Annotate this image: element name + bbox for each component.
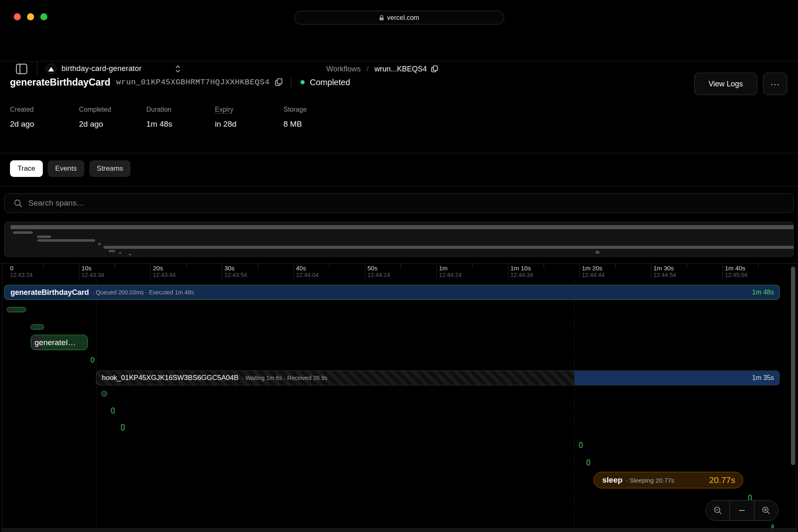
axis-tick-label: 1m 40s	[725, 265, 745, 272]
axis-tick-minor	[472, 264, 473, 268]
trace-span-instant[interactable]	[771, 525, 774, 528]
copy-run-id-button[interactable]	[275, 78, 283, 86]
trace-span-instant[interactable]	[111, 407, 115, 414]
meta-value: 1m 48s	[146, 120, 172, 129]
span-detail: · Waiting 1m 6s · Received 28.9s	[242, 375, 328, 381]
axis-tick-label: 50s	[367, 265, 377, 272]
copy-icon[interactable]	[431, 65, 438, 73]
trace-guide-line	[96, 280, 96, 527]
span-received-segment	[574, 370, 780, 385]
axis-tick-time: 12:44:34	[510, 272, 533, 278]
axis-tick-time: 12:43:44	[153, 272, 176, 278]
span-detail: · Queued 200.03ms · Executed 1m 48s	[92, 289, 194, 296]
minimap-span	[108, 250, 115, 252]
window-minimize-button[interactable]	[27, 13, 34, 20]
window-zoom-button[interactable]	[40, 13, 47, 20]
view-tabs: TraceEventsStreams	[10, 160, 131, 177]
span-queued-segment	[31, 325, 34, 329]
run-header: generateBirthdayCard wrun_01KP45XGBHRMT7…	[10, 76, 350, 88]
zoom-out-button[interactable]	[706, 500, 729, 520]
minus-icon	[737, 506, 746, 515]
tab-trace[interactable]: Trace	[10, 160, 43, 177]
meta-item-expiry: Expiryin 28d	[215, 106, 236, 129]
span-name: generateI…	[34, 338, 76, 347]
axis-tick-label: 40s	[296, 265, 306, 272]
minimap-span	[103, 246, 794, 249]
span-duration: 20.77s	[709, 475, 735, 485]
timeline-axis: 012:43:2410s12:43:3420s12:43:4430s12:43:…	[0, 263, 798, 279]
trace-span-step[interactable]	[101, 391, 107, 397]
breadcrumb: Workflows / wrun...KBEQS4	[326, 64, 438, 74]
meta-value: 8 MB	[283, 120, 307, 129]
project-avatar[interactable]	[46, 64, 57, 74]
more-actions-button[interactable]: ···	[763, 73, 787, 95]
meta-label: Storage	[283, 106, 307, 113]
axis-tick-major	[293, 264, 294, 279]
header-divider	[291, 76, 291, 88]
axis-tick-major	[508, 264, 508, 279]
search-input[interactable]	[28, 199, 793, 208]
axis-tick-major	[722, 264, 723, 279]
minimap-span	[596, 251, 599, 254]
axis-tick-time: 12:44:44	[582, 272, 605, 278]
trace-span-generateI[interactable]: generateI…	[31, 335, 88, 350]
project-switcher[interactable]: birthday-card-generator	[62, 64, 142, 73]
minimap-span	[119, 252, 121, 254]
trace-span-instant[interactable]	[579, 442, 583, 448]
axis-tick-time: 12:43:34	[81, 272, 104, 278]
span-name: hook_01KP45XGJK16SW3BS6GGC5A04B	[102, 374, 239, 382]
minimap-span	[13, 231, 33, 234]
axis-tick-minor	[687, 264, 687, 268]
zoom-in-icon	[761, 506, 771, 515]
meta-value: 2d ago	[10, 120, 34, 129]
span-name: sleep	[602, 476, 623, 485]
trace-span-root[interactable]: generateBirthdayCard· Queued 200.03ms · …	[4, 285, 780, 300]
axis-tick-minor	[329, 264, 330, 268]
horizontal-scrollbar[interactable]	[1, 528, 797, 532]
tabs-divider	[0, 186, 798, 186]
address-bar[interactable]: vercel.com	[294, 11, 504, 25]
axis-tick-label: 0	[10, 265, 13, 272]
zoom-in-button[interactable]	[754, 500, 778, 520]
breadcrumb-workflows[interactable]: Workflows	[326, 65, 361, 74]
zoom-reset-button[interactable]	[729, 500, 754, 520]
trace-minimap[interactable]	[4, 222, 794, 257]
axis-tick-label: 1m 20s	[582, 265, 602, 272]
axis-tick-minor	[43, 264, 44, 268]
axis-tick-major	[436, 264, 437, 279]
trace-span-hook[interactable]: hook_01KP45XGJK16SW3BS6GGC5A04B· Waiting…	[96, 370, 780, 385]
top-nav: birthday-card-generator Workflows / wrun…	[0, 26, 798, 61]
minimap-span	[98, 243, 101, 245]
meta-item-storage: Storage8 MB	[283, 106, 307, 129]
meta-label: Duration	[146, 106, 171, 113]
vertical-scrollbar[interactable]	[791, 267, 795, 465]
trace-span-instant[interactable]	[91, 357, 94, 363]
breadcrumb-separator: /	[367, 64, 369, 74]
view-logs-button[interactable]: View Logs	[694, 73, 757, 95]
axis-tick-minor	[544, 264, 544, 268]
span-duration: 1m 48s	[752, 289, 774, 296]
trace-span-step[interactable]	[7, 307, 26, 312]
trace-canvas: generateBirthdayCard· Queued 200.03ms · …	[0, 279, 798, 528]
trace-span-instant[interactable]	[586, 459, 590, 466]
tab-events[interactable]: Events	[48, 160, 84, 177]
axis-tick-label: 30s	[224, 265, 234, 272]
axis-tick-time: 12:44:14	[367, 272, 390, 278]
zoom-controls	[705, 500, 778, 521]
axis-tick-time: 12:44:24	[439, 272, 462, 278]
trace-span-instant[interactable]	[121, 424, 125, 431]
axis-tick-minor	[615, 264, 616, 268]
minimap-span	[37, 235, 51, 238]
span-queued-segment	[101, 391, 104, 396]
chevron-updown-icon[interactable]	[175, 64, 181, 76]
axis-tick-time: 12:44:04	[296, 272, 319, 278]
sidebar-toggle-icon[interactable]	[16, 64, 27, 74]
window-close-button[interactable]	[14, 13, 21, 20]
axis-tick-label: 20s	[153, 265, 163, 272]
header-actions: View Logs ···	[694, 73, 787, 95]
trace-span-sleep[interactable]: sleep· Sleeping 20.77s20.77s	[594, 472, 743, 488]
axis-tick-minor	[758, 264, 759, 268]
tab-streams[interactable]: Streams	[89, 160, 131, 177]
trace-span-step[interactable]	[30, 324, 44, 330]
status-badge: Completed	[310, 78, 350, 87]
